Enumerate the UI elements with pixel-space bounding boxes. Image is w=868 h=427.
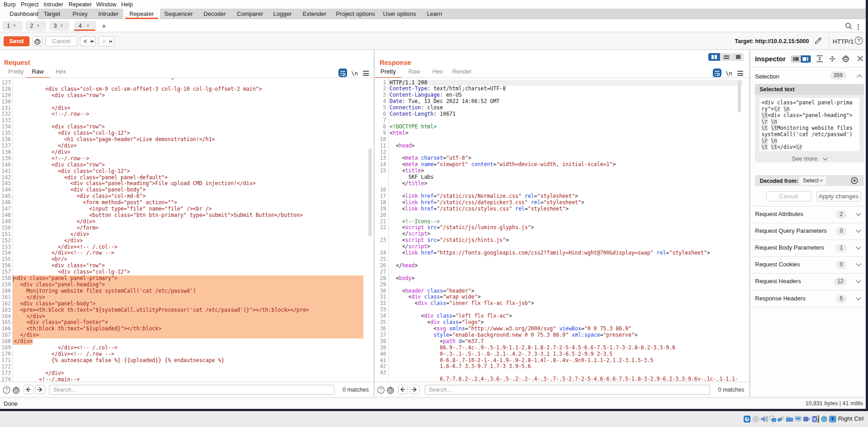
inspector-section-response-headers[interactable]: Response Headers5 bbox=[750, 290, 866, 307]
inspector-section-request-query-parameters[interactable]: Request Query Parameters0 bbox=[750, 223, 866, 240]
apply-changes-button[interactable]: Apply changes bbox=[816, 191, 861, 201]
help-icon[interactable]: ? bbox=[377, 386, 385, 396]
tab-project-options[interactable]: Project options bbox=[332, 9, 379, 19]
shared-folders-icon[interactable] bbox=[786, 416, 793, 422]
close-inspector-icon[interactable] bbox=[857, 55, 863, 64]
send-button[interactable]: Send bbox=[4, 36, 29, 46]
back-dropdown-caret[interactable] bbox=[91, 40, 93, 42]
request-tab-raw[interactable]: Raw bbox=[26, 67, 50, 78]
response-scrollbar[interactable] bbox=[738, 80, 741, 113]
menu-item-repeater[interactable]: Repeater bbox=[69, 1, 92, 8]
help-icon[interactable]: ? bbox=[854, 36, 863, 47]
selected-text-content[interactable]: <div class="panel panel-primary">\r \n\t… bbox=[760, 98, 859, 151]
response-editor[interactable]: 1HTTP/1.1 2002Content-Type: text/html;ch… bbox=[374, 78, 750, 382]
new-tab-button[interactable]: + bbox=[100, 23, 108, 30]
search-previous-button[interactable] bbox=[24, 385, 34, 394]
tab-target[interactable]: Target bbox=[38, 9, 66, 19]
search-input[interactable]: Search... bbox=[49, 385, 334, 395]
search-previous-button[interactable] bbox=[398, 385, 408, 394]
tab-sequencer[interactable]: Sequencer bbox=[160, 9, 197, 19]
tab-intruder[interactable]: Intruder bbox=[94, 9, 123, 19]
tab-dashboard[interactable]: Dashboard bbox=[0, 9, 38, 19]
close-tab-icon[interactable]: × bbox=[37, 23, 39, 28]
layout-single-button[interactable] bbox=[732, 53, 744, 61]
request-editor[interactable]: <div class="col-sm-3 col-lg-2 sidebar">1… bbox=[0, 78, 374, 382]
inspector-section-request-body-parameters[interactable]: Request Body Parameters1 bbox=[750, 240, 866, 256]
mouse-integration-icon[interactable] bbox=[821, 416, 828, 422]
see-more-link[interactable]: See more bbox=[755, 155, 864, 162]
search-settings-gear-icon[interactable] bbox=[12, 386, 20, 396]
http-version-label[interactable]: HTTP/1 bbox=[833, 38, 854, 45]
response-tab-pretty[interactable]: Pretty bbox=[375, 67, 402, 78]
search-input[interactable]: Search... bbox=[425, 385, 710, 395]
newline-display-icon[interactable]: \n bbox=[351, 70, 358, 77]
hdd-icon[interactable] bbox=[744, 416, 751, 422]
response-tab-hex[interactable]: Hex bbox=[428, 67, 447, 78]
inspector-dock-right-button[interactable] bbox=[801, 55, 811, 63]
network-icon[interactable] bbox=[769, 416, 776, 422]
menu-item-help[interactable]: Help bbox=[121, 1, 134, 8]
audio-icon[interactable] bbox=[761, 416, 768, 422]
search-next-button[interactable] bbox=[35, 385, 45, 394]
response-tab-render[interactable]: Render bbox=[449, 67, 475, 78]
menu-item-burp[interactable]: Burp bbox=[4, 1, 17, 8]
request-tab-pretty[interactable]: Pretty bbox=[6, 67, 25, 78]
inspector-section-request-attributes[interactable]: Request Attributes2 bbox=[750, 206, 866, 223]
forward-dropdown-caret[interactable] bbox=[109, 40, 112, 42]
selection-section-header[interactable]: Selection359 bbox=[750, 67, 866, 84]
collapse-section-icon[interactable] bbox=[857, 74, 862, 79]
close-tab-icon[interactable]: × bbox=[13, 23, 16, 28]
tab-learn[interactable]: Learn bbox=[420, 9, 449, 19]
repeater-tab-3[interactable]: 3× bbox=[49, 21, 70, 31]
tab-comparer[interactable]: Comparer bbox=[232, 9, 268, 19]
close-tab-icon[interactable]: × bbox=[87, 23, 89, 28]
repeater-tab-4[interactable]: 4× bbox=[74, 21, 96, 31]
tab-repeater[interactable]: Repeater bbox=[123, 9, 160, 19]
layout-rows-button[interactable] bbox=[721, 53, 732, 61]
decoded-from-select[interactable]: Select bbox=[799, 177, 826, 185]
close-tab-icon[interactable]: × bbox=[60, 23, 63, 28]
menu-item-project[interactable]: Project bbox=[21, 1, 40, 8]
request-tab-hex[interactable]: Hex bbox=[51, 67, 70, 78]
menu-item-intruder[interactable]: Intruder bbox=[44, 1, 65, 8]
search-settings-gear-icon[interactable] bbox=[387, 386, 394, 396]
editor-menu-icon[interactable] bbox=[737, 71, 743, 76]
repeater-tab-1[interactable]: 1× bbox=[2, 21, 23, 31]
request-scrollbar[interactable] bbox=[368, 148, 372, 236]
optical-disc-icon[interactable] bbox=[752, 416, 760, 422]
usb-icon[interactable] bbox=[777, 416, 785, 422]
repeater-tab-2[interactable]: 2× bbox=[25, 21, 46, 31]
tab-logger[interactable]: Logger bbox=[268, 9, 297, 19]
history-forward-button[interactable]: > bbox=[98, 36, 114, 46]
response-tab-raw[interactable]: Raw bbox=[404, 67, 425, 78]
word-wrap-icon[interactable] bbox=[713, 69, 721, 77]
kebab-menu-icon[interactable] bbox=[858, 23, 859, 31]
history-back-button[interactable]: < bbox=[80, 36, 96, 46]
inspector-dock-left-button[interactable] bbox=[791, 55, 801, 63]
keyboard-capture-icon[interactable] bbox=[829, 416, 836, 422]
inspector-section-request-cookies[interactable]: Request Cookies0 bbox=[750, 256, 866, 273]
tab-proxy[interactable]: Proxy bbox=[66, 9, 94, 19]
inspector-section-request-headers[interactable]: Request Headers12 bbox=[750, 273, 866, 290]
cancel-button[interactable]: Cancel bbox=[45, 36, 77, 46]
add-decoder-icon[interactable] bbox=[851, 177, 858, 186]
edit-target-pencil-icon[interactable] bbox=[814, 36, 823, 47]
newline-display-icon[interactable]: \n bbox=[726, 70, 732, 77]
search-next-button[interactable] bbox=[410, 385, 420, 394]
editor-menu-icon[interactable] bbox=[363, 71, 369, 76]
recording-icon[interactable] bbox=[803, 416, 810, 422]
expand-all-icon[interactable] bbox=[816, 55, 823, 64]
send-settings-button[interactable] bbox=[32, 36, 43, 46]
word-wrap-icon[interactable] bbox=[338, 69, 347, 77]
collapse-all-icon[interactable] bbox=[829, 55, 836, 64]
inspector-settings-gear-icon[interactable] bbox=[842, 55, 849, 64]
menu-item-window[interactable]: Window bbox=[96, 1, 118, 8]
tab-extender[interactable]: Extender bbox=[297, 9, 332, 19]
display-icon[interactable] bbox=[794, 416, 802, 422]
search-icon[interactable] bbox=[845, 22, 853, 30]
tab-decoder[interactable]: Decoder bbox=[197, 9, 232, 19]
help-icon[interactable]: ? bbox=[3, 386, 10, 396]
inspector-cancel-button[interactable]: Cancel bbox=[766, 191, 811, 201]
layout-columns-button[interactable] bbox=[708, 53, 720, 61]
tab-user-options[interactable]: User options bbox=[379, 9, 420, 19]
